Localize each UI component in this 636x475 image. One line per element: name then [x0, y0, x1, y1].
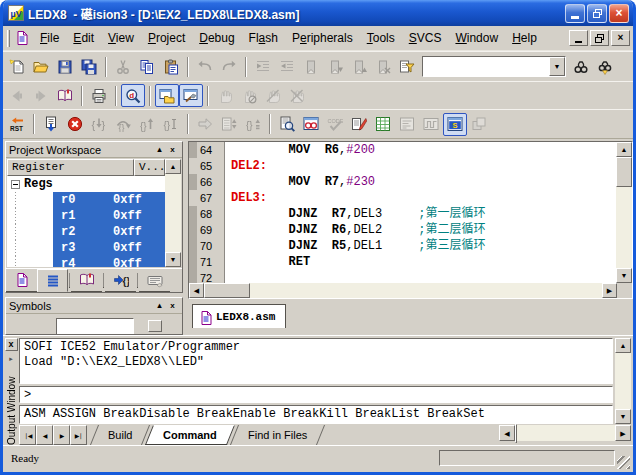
tab-ledx8-asm[interactable]: LEDX8.asm [192, 304, 286, 328]
scroll-right-icon[interactable]: ▶ [615, 425, 631, 441]
step-over-button[interactable]: {} [111, 113, 135, 136]
halt-button[interactable] [63, 113, 87, 136]
close-button[interactable]: × [609, 4, 629, 23]
scroll-right-icon[interactable]: ▶ [602, 283, 617, 298]
code-line[interactable]: 65DEL2: [189, 158, 616, 174]
registers-tab[interactable] [37, 269, 68, 292]
scroll-thumb[interactable] [616, 157, 632, 187]
menu-view[interactable]: View [101, 29, 141, 47]
register-row-r4[interactable]: r40xff [7, 256, 165, 267]
menu-project[interactable]: Project [141, 29, 192, 47]
restore-button[interactable] [587, 4, 607, 23]
find-combo-input[interactable] [423, 58, 549, 75]
menu-help[interactable]: Help [505, 29, 544, 47]
mdi-restore-button[interactable] [590, 30, 609, 46]
tab-scroll-last-icon[interactable]: ▶❘ [70, 425, 87, 445]
toolbox-button[interactable] [467, 113, 491, 136]
indent-button[interactable] [251, 55, 275, 78]
kill-breakpoints-button[interactable] [237, 84, 261, 107]
editor-gutter[interactable]: 72 [189, 270, 225, 283]
command-input-line[interactable]: > [19, 386, 613, 403]
register-row-r2[interactable]: r20xff [7, 224, 165, 240]
menu-tools[interactable]: Tools [360, 29, 402, 47]
editor-horizontal-scrollbar[interactable]: ◀ ▶ [189, 283, 617, 298]
find-button[interactable] [569, 55, 593, 78]
prev-bookmark-button[interactable] [347, 55, 371, 78]
panel-close-icon[interactable]: x [166, 144, 179, 156]
step-into-button[interactable]: {} [87, 113, 111, 136]
scroll-up-icon[interactable]: ▲ [165, 159, 181, 174]
code-line[interactable]: 71 RET [189, 254, 616, 270]
editor-gutter[interactable]: 64 [189, 142, 225, 158]
scroll-down-icon[interactable]: ▼ [616, 268, 632, 283]
save-all-button[interactable] [77, 55, 101, 78]
unindent-button[interactable] [275, 55, 299, 78]
register-row-r0[interactable]: r00xff [7, 192, 165, 208]
incremental-find-button[interactable] [593, 55, 617, 78]
editor-gutter[interactable]: 67 [189, 190, 225, 206]
output-horizontal-scrollbar[interactable]: ◀ ▶ [499, 425, 631, 441]
panel-pin-icon[interactable]: ▴ [153, 300, 166, 312]
code-line[interactable]: 64 MOV R6,#200 [189, 142, 616, 158]
call-stack-button[interactable]: {} [241, 113, 265, 136]
register-row-r1[interactable]: r10xff [7, 208, 165, 224]
editor-gutter[interactable]: 69 [189, 222, 225, 238]
print-button[interactable] [87, 84, 111, 107]
register-column-header[interactable]: Register [7, 159, 134, 176]
minimize-button[interactable] [565, 4, 585, 23]
files-tab[interactable] [6, 269, 37, 292]
output-window-button[interactable] [179, 84, 203, 107]
panel-close-icon[interactable]: x [166, 300, 179, 312]
symbols-window-button[interactable]: S [443, 113, 467, 136]
combo-dropdown-icon[interactable]: ▼ [549, 57, 565, 76]
registers-scrollbar[interactable]: ▲ ▼ [165, 159, 181, 267]
menubar-grip[interactable] [7, 30, 10, 47]
source-code[interactable]: 64 MOV R6,#20065DEL2:66 MOV R7,#23067DEL… [189, 142, 616, 283]
disable-breakpoints-button[interactable] [285, 84, 309, 107]
value-column-header[interactable]: V... [134, 159, 165, 176]
editor-gutter[interactable]: 65 [189, 158, 225, 174]
debug-session-button[interactable]: d [121, 84, 145, 107]
editor-gutter[interactable]: 68 [189, 206, 225, 222]
regs-root-row[interactable]: Regs [7, 176, 165, 192]
menu-peripherals[interactable]: Peripherals [285, 29, 360, 47]
editor-gutter[interactable]: 71 [189, 254, 225, 270]
show-next-statement-button[interactable] [193, 113, 217, 136]
enable-breakpoint-button[interactable] [261, 84, 285, 107]
document-icon[interactable] [14, 30, 30, 46]
scroll-track[interactable] [165, 174, 181, 252]
tab-find-in-files[interactable]: Find in Files [230, 425, 325, 445]
editor-vertical-scrollbar[interactable]: ▲ ▼ [616, 142, 632, 283]
menu-edit[interactable]: Edit [66, 29, 101, 47]
scroll-up-icon[interactable]: ▲ [615, 338, 631, 353]
nav-forward-button[interactable] [29, 84, 53, 107]
logic-analyzer-button[interactable] [419, 113, 443, 136]
scroll-down-icon[interactable]: ▼ [615, 409, 631, 424]
mdi-minimize-button[interactable] [569, 30, 588, 46]
code-line[interactable]: 67DEL3: [189, 190, 616, 206]
project-window-button[interactable] [155, 84, 179, 107]
mdi-close-button[interactable]: × [611, 30, 630, 46]
functions-tab[interactable]: {} [105, 269, 136, 292]
redo-button[interactable] [217, 55, 241, 78]
output-pin-icon[interactable]: ▸ [6, 353, 17, 364]
panel-pin-icon[interactable]: ▴ [153, 144, 166, 156]
find-in-target-button[interactable] [395, 55, 419, 78]
save-button[interactable] [53, 55, 77, 78]
copy-button[interactable] [135, 55, 159, 78]
tab-scroll-next-icon[interactable]: ▶ [53, 425, 70, 445]
editor-gutter[interactable]: 70 [189, 238, 225, 254]
nav-back-button[interactable] [5, 84, 29, 107]
project-workspace-titlebar[interactable]: Project Workspace ▴ x [6, 142, 182, 158]
output-log[interactable]: SOFI ICE52 Emulator/ProgrammerLoad "D:\\… [19, 338, 613, 384]
watch-window-button[interactable] [299, 113, 323, 136]
run-to-cursor-button[interactable]: {} [159, 113, 183, 136]
paste-button[interactable] [159, 55, 183, 78]
scroll-track[interactable] [615, 353, 631, 409]
code-line[interactable]: 68 DJNZ R7,DEL3 ;第一层循环 [189, 206, 616, 222]
templates-tab[interactable] [139, 269, 170, 292]
resize-grip[interactable] [617, 456, 630, 469]
menu-flash[interactable]: Flash [242, 29, 285, 47]
scroll-thumb[interactable] [515, 424, 517, 443]
output-scrollbar[interactable]: ▲ ▼ [615, 338, 631, 424]
